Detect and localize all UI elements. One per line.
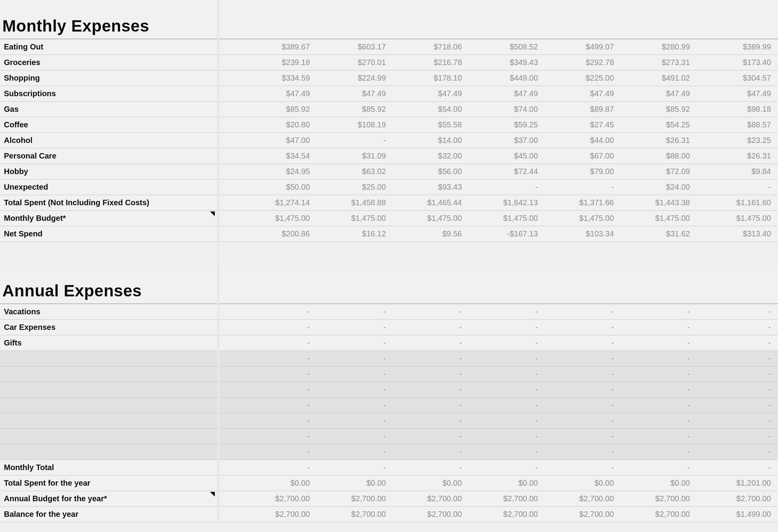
- annual-cell[interactable]: -: [694, 382, 778, 397]
- annual-cell[interactable]: -: [618, 428, 694, 444]
- annual-cell[interactable]: -: [542, 460, 618, 475]
- annual-cell[interactable]: -: [694, 319, 778, 335]
- annual-cell[interactable]: $2,700.00: [466, 491, 542, 506]
- monthly-header[interactable]: Monthly Expenses: [0, 0, 218, 39]
- monthly-cell[interactable]: $1,161.60: [694, 195, 778, 210]
- annual-row-label[interactable]: [0, 413, 218, 428]
- monthly-cell[interactable]: $9.56: [390, 226, 466, 241]
- monthly-cell[interactable]: $173.40: [694, 55, 778, 70]
- annual-cell[interactable]: -: [314, 335, 390, 351]
- annual-cell[interactable]: -: [694, 335, 778, 351]
- monthly-cell[interactable]: $1,642.13: [466, 195, 542, 210]
- annual-cell[interactable]: -: [314, 382, 390, 397]
- monthly-cell[interactable]: $26.31: [694, 148, 778, 164]
- monthly-row-label[interactable]: Eating Out: [0, 39, 218, 55]
- annual-cell[interactable]: $2,700.00: [390, 491, 466, 506]
- header-empty-cell[interactable]: [466, 265, 542, 304]
- monthly-cell[interactable]: $292.78: [542, 55, 618, 70]
- monthly-cell[interactable]: $74.00: [466, 101, 542, 117]
- monthly-row-label[interactable]: Personal Care: [0, 148, 218, 164]
- monthly-row-label[interactable]: Gas: [0, 101, 218, 117]
- monthly-cell[interactable]: $270.01: [314, 55, 390, 70]
- annual-cell[interactable]: -: [694, 444, 778, 460]
- monthly-cell[interactable]: $31.09: [314, 148, 390, 164]
- monthly-cell[interactable]: $200.86: [218, 226, 314, 241]
- monthly-cell[interactable]: $32.00: [390, 148, 466, 164]
- annual-cell[interactable]: -: [542, 335, 618, 351]
- annual-cell[interactable]: -: [466, 460, 542, 475]
- monthly-cell[interactable]: $1,465.44: [390, 195, 466, 210]
- annual-cell[interactable]: -: [390, 319, 466, 335]
- monthly-cell[interactable]: $389.99: [694, 39, 778, 55]
- header-empty-cell[interactable]: [218, 265, 314, 304]
- monthly-cell[interactable]: $26.31: [618, 132, 694, 148]
- annual-cell[interactable]: -: [314, 460, 390, 475]
- monthly-row-label[interactable]: Alcohol: [0, 132, 218, 148]
- monthly-row-label[interactable]: Total Spent (Not Including Fixed Costs): [0, 195, 218, 210]
- monthly-cell[interactable]: $1,475.00: [694, 210, 778, 226]
- header-empty-cell[interactable]: [390, 0, 466, 39]
- annual-cell[interactable]: -: [390, 335, 466, 351]
- annual-cell[interactable]: -: [314, 351, 390, 366]
- monthly-cell[interactable]: -$167.13: [466, 226, 542, 241]
- monthly-cell[interactable]: $31.62: [618, 226, 694, 241]
- monthly-cell[interactable]: $1,458.88: [314, 195, 390, 210]
- annual-cell[interactable]: -: [390, 413, 466, 428]
- monthly-cell[interactable]: $1,475.00: [218, 210, 314, 226]
- monthly-cell[interactable]: $24.00: [618, 179, 694, 195]
- annual-cell[interactable]: -: [390, 460, 466, 475]
- monthly-cell[interactable]: $93.43: [390, 179, 466, 195]
- monthly-cell[interactable]: $85.92: [618, 101, 694, 117]
- monthly-cell[interactable]: $603.17: [314, 39, 390, 55]
- monthly-cell[interactable]: $47.49: [466, 86, 542, 101]
- annual-cell[interactable]: -: [218, 319, 314, 335]
- monthly-cell[interactable]: $23.25: [694, 132, 778, 148]
- header-empty-cell[interactable]: [618, 265, 694, 304]
- monthly-cell[interactable]: $216.78: [390, 55, 466, 70]
- annual-cell[interactable]: -: [466, 428, 542, 444]
- monthly-cell[interactable]: -: [314, 132, 390, 148]
- annual-cell[interactable]: $2,700.00: [618, 491, 694, 506]
- monthly-cell[interactable]: $37.00: [466, 132, 542, 148]
- monthly-cell[interactable]: $9.84: [694, 164, 778, 179]
- annual-cell[interactable]: $2,700.00: [694, 491, 778, 506]
- monthly-cell[interactable]: $47.49: [618, 86, 694, 101]
- monthly-cell[interactable]: $280.99: [618, 39, 694, 55]
- monthly-row-label[interactable]: Groceries: [0, 55, 218, 70]
- monthly-row-label[interactable]: Subscriptions: [0, 86, 218, 101]
- header-empty-cell[interactable]: [694, 0, 778, 39]
- annual-cell[interactable]: -: [314, 319, 390, 335]
- monthly-row-label[interactable]: Coffee: [0, 117, 218, 132]
- annual-cell[interactable]: -: [390, 304, 466, 319]
- monthly-cell[interactable]: $44.00: [542, 132, 618, 148]
- annual-row-label[interactable]: Annual Budget for the year*: [0, 491, 218, 506]
- header-empty-cell[interactable]: [314, 0, 390, 39]
- annual-cell[interactable]: -: [218, 335, 314, 351]
- monthly-cell[interactable]: $47.49: [218, 86, 314, 101]
- annual-row-label[interactable]: [0, 397, 218, 413]
- annual-row-label[interactable]: Gifts: [0, 335, 218, 351]
- monthly-cell[interactable]: $27.45: [542, 117, 618, 132]
- annual-cell[interactable]: -: [466, 304, 542, 319]
- annual-cell[interactable]: -: [314, 413, 390, 428]
- annual-cell[interactable]: $0.00: [314, 475, 390, 491]
- monthly-cell[interactable]: $1,475.00: [618, 210, 694, 226]
- annual-cell[interactable]: -: [390, 382, 466, 397]
- monthly-cell[interactable]: $239.18: [218, 55, 314, 70]
- monthly-cell[interactable]: $1,475.00: [542, 210, 618, 226]
- annual-cell[interactable]: -: [542, 304, 618, 319]
- monthly-cell[interactable]: $55.58: [390, 117, 466, 132]
- annual-cell[interactable]: $2,700.00: [218, 506, 314, 522]
- annual-cell[interactable]: -: [694, 460, 778, 475]
- monthly-cell[interactable]: $1,475.00: [314, 210, 390, 226]
- annual-cell[interactable]: $2,700.00: [542, 506, 618, 522]
- annual-cell[interactable]: $2,700.00: [218, 491, 314, 506]
- annual-cell[interactable]: -: [466, 444, 542, 460]
- monthly-cell[interactable]: $67.00: [542, 148, 618, 164]
- annual-cell[interactable]: $2,700.00: [618, 506, 694, 522]
- monthly-cell[interactable]: $449.00: [466, 70, 542, 86]
- annual-cell[interactable]: -: [218, 351, 314, 366]
- annual-cell[interactable]: -: [542, 366, 618, 382]
- annual-cell[interactable]: -: [694, 413, 778, 428]
- monthly-row-label[interactable]: Unexpected: [0, 179, 218, 195]
